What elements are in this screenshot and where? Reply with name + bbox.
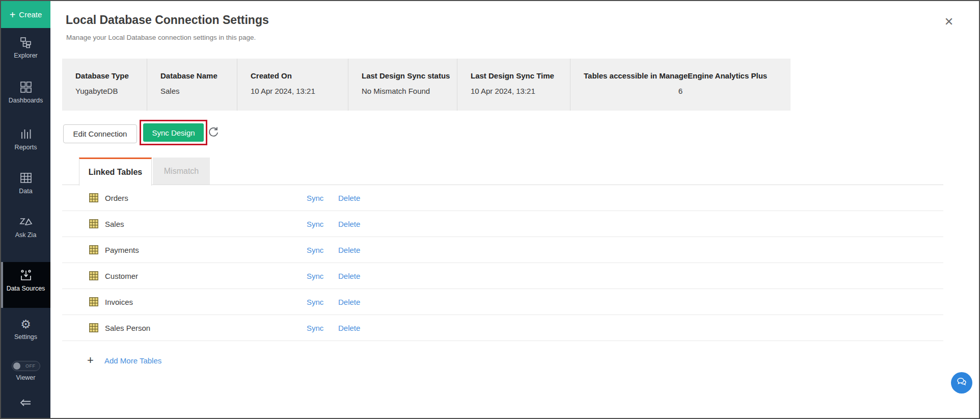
plus-icon: + [87,355,94,366]
info-header: Created On [251,71,343,80]
page-subtitle: Manage your Local Database connection se… [66,34,256,41]
sidebar-item-label: Reports [1,144,50,152]
create-button[interactable]: + Create [1,1,50,28]
reports-icon [1,127,50,142]
info-col-sync-time: Last Design Sync Time 10 Apr 2024, 13:21 [457,59,570,111]
sync-link[interactable]: Sync [307,246,323,254]
sidebar-collapse-button[interactable] [1,397,50,413]
data-icon [1,171,50,186]
sidebar-item-data[interactable]: Data [1,171,50,196]
sidebar-item-label: Data [1,188,50,196]
sidebar-item-data-sources[interactable]: Data Sources [1,262,50,308]
sidebar-item-label: Explorer [1,52,50,60]
linked-tables-list: Orders Sync Delete Sales Sync Delete [62,185,943,341]
table-row: Orders Sync Delete [62,185,943,211]
table-grid-icon [89,193,98,202]
delete-link[interactable]: Delete [338,246,360,254]
main-panel: ✕ Local Database Connection Settings Man… [50,1,980,418]
page-title: Local Database Connection Settings [66,13,269,27]
table-grid-icon [89,271,98,280]
table-name: Sales [105,220,124,228]
delete-link[interactable]: Delete [338,298,360,306]
info-col-created-on: Created On 10 Apr 2024, 13:21 [237,59,348,111]
chat-bubbles-icon [956,376,968,390]
table-row: Sales Person Sync Delete [62,315,943,341]
table-row: Payments Sync Delete [62,237,943,263]
sidebar-item-reports[interactable]: Reports [1,127,50,152]
plus-icon: + [10,10,16,20]
delete-link[interactable]: Delete [338,220,360,228]
sidebar-item-settings[interactable]: ⚙ Settings [1,317,50,342]
gear-icon: ⚙ [1,317,50,331]
table-grid-icon [89,323,98,332]
info-col-tables-accessible: Tables accessible in ManageEngine Analyt… [570,59,791,111]
viewer-toggle[interactable]: OFF [12,361,40,371]
sync-link[interactable]: Sync [307,324,323,332]
table-grid-icon [89,297,98,306]
viewer-label: Viewer [1,374,50,382]
sync-link[interactable]: Sync [307,194,323,202]
ask-zia-icon [1,215,50,229]
create-button-label: Create [19,10,42,19]
connection-info-strip: Database Type YugabyteDB Database Name S… [62,59,791,111]
info-value: Sales [160,87,232,95]
sidebar-item-explorer[interactable]: Explorer [1,36,50,60]
table-row: Invoices Sync Delete [62,289,943,315]
info-value: 10 Apr 2024, 13:21 [471,87,565,95]
info-col-sync-status: Last Design Sync status No Mismatch Foun… [348,59,457,111]
sidebar-item-label: Settings [1,333,50,342]
tab-mismatch[interactable]: Mismatch [153,158,210,185]
info-value: 6 [584,87,785,95]
tab-linked-tables[interactable]: Linked Tables [79,158,152,186]
refresh-icon[interactable] [207,126,220,138]
delete-link[interactable]: Delete [338,324,360,332]
collapse-icon [1,397,50,411]
info-header: Tables accessible in ManageEngine Analyt… [584,71,785,80]
info-header: Last Design Sync Time [471,71,565,80]
table-row: Sales Sync Delete [62,211,943,237]
info-header: Last Design Sync status [362,71,452,80]
tab-bar: Linked Tables Mismatch [62,158,943,185]
sync-link[interactable]: Sync [307,272,323,280]
info-col-database-type: Database Type YugabyteDB [62,59,147,111]
delete-link[interactable]: Delete [338,194,360,202]
table-name: Payments [105,246,139,254]
table-name: Sales Person [105,324,150,332]
data-sources-icon [1,269,50,283]
sidebar-item-label: Ask Zia [1,231,50,240]
table-grid-icon [89,245,98,254]
info-value: No Mismatch Found [362,87,452,95]
sidebar-item-dashboards[interactable]: Dashboards [1,81,50,105]
edit-connection-button[interactable]: Edit Connection [63,124,137,143]
info-col-database-name: Database Name Sales [147,59,237,111]
close-icon[interactable]: ✕ [941,14,957,30]
table-name: Orders [105,194,128,202]
table-name: Invoices [105,298,133,306]
info-header: Database Name [160,71,232,80]
sidebar-item-ask-zia[interactable]: Ask Zia [1,215,50,240]
table-row: Customer Sync Delete [62,263,943,289]
info-value: 10 Apr 2024, 13:21 [251,87,343,95]
chat-fab-button[interactable] [951,372,972,394]
sidebar-item-viewer: OFF Viewer [1,361,50,382]
sidebar: + Create Explorer [1,1,50,418]
app-window: + Create Explorer [0,0,980,419]
delete-link[interactable]: Delete [338,272,360,280]
sidebar-item-label: Data Sources [1,285,50,293]
explorer-icon [1,36,50,50]
toggle-state-label: OFF [25,363,36,369]
sync-link[interactable]: Sync [307,220,323,228]
info-header: Database Type [75,71,142,80]
sync-design-button[interactable]: Sync Design [143,123,204,142]
dashboards-icon [1,81,50,95]
sidebar-item-label: Dashboards [1,97,50,105]
info-value: YugabyteDB [75,87,142,95]
sync-link[interactable]: Sync [307,298,323,306]
add-more-tables-label: Add More Tables [104,356,161,365]
table-name: Customer [105,272,138,280]
annotation-highlight-box: Sync Design [140,120,207,145]
table-grid-icon [89,219,98,228]
toggle-knob [13,362,20,370]
